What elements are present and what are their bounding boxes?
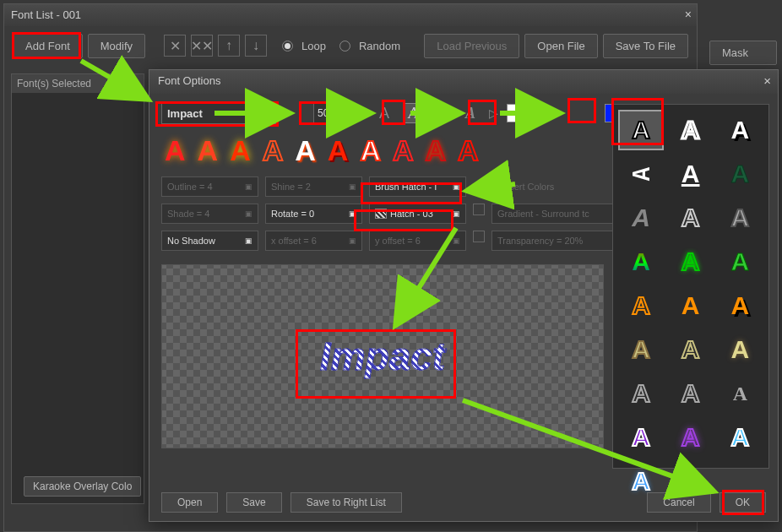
dialog-bottom-bar: Open Save Save to Right List Cancel OK bbox=[161, 492, 766, 513]
gallery-item[interactable]: A bbox=[668, 417, 714, 458]
gallery-item[interactable]: A bbox=[717, 110, 763, 150]
fill-color-swatch[interactable] bbox=[507, 104, 529, 122]
close-icon[interactable]: × bbox=[685, 8, 692, 21]
gallery-item[interactable]: A bbox=[618, 198, 664, 238]
gallery-item[interactable]: A bbox=[618, 110, 664, 150]
loop-radio[interactable] bbox=[282, 41, 293, 52]
x-offset-control[interactable]: x offset = 6▣ bbox=[265, 231, 362, 251]
main-toolbar: Add Font Modify ✕ ✕✕ ↑ ↓ Loop Random Loa… bbox=[4, 26, 697, 65]
font-preview-area: Impact bbox=[161, 264, 604, 448]
save-button[interactable]: Save bbox=[226, 492, 281, 513]
delete-all-icon[interactable]: ✕✕ bbox=[191, 35, 213, 57]
ok-button[interactable]: OK bbox=[720, 492, 766, 513]
gradient-checkbox[interactable] bbox=[473, 204, 485, 215]
font-options-dialog: Font Options × A A A A ▷ A A A A A A A A… bbox=[149, 69, 779, 522]
gallery-item[interactable]: A bbox=[717, 417, 763, 458]
style-regular-icon[interactable]: A bbox=[374, 103, 394, 123]
window-title-bar: Font List - 001 × bbox=[4, 4, 697, 26]
shade-control[interactable]: Shade = 4▣ bbox=[161, 204, 258, 224]
open-file-button[interactable]: Open File bbox=[524, 34, 597, 58]
style-bold-italic-icon[interactable]: A bbox=[460, 103, 481, 123]
mask-button[interactable]: Mask bbox=[709, 41, 777, 65]
preset-a[interactable]: A bbox=[230, 136, 251, 165]
preset-a[interactable]: A bbox=[426, 136, 447, 165]
sidebar-header: Font(s) Selected bbox=[12, 74, 144, 93]
gallery-item[interactable]: A bbox=[668, 154, 714, 194]
font-name-input[interactable] bbox=[161, 102, 276, 124]
karaoke-overlay-button[interactable]: Karaoke Overlay Colo bbox=[24, 476, 141, 497]
window-title: Font List - 001 bbox=[11, 8, 81, 21]
dialog-close-icon[interactable]: × bbox=[763, 73, 771, 88]
style-bold-icon[interactable]: A bbox=[432, 103, 452, 123]
gallery-item[interactable]: A bbox=[668, 110, 714, 150]
dialog-title-bar: Font Options × bbox=[149, 70, 778, 94]
brush-hatch-select[interactable]: Brush Hatch - I▣ bbox=[369, 176, 466, 197]
preset-a[interactable]: A bbox=[295, 136, 316, 165]
gallery-item[interactable]: A bbox=[618, 242, 664, 282]
chevron-right-icon: ▷ bbox=[489, 106, 498, 120]
style-gallery: A A A A A A A A A A A A A A A A A A A A … bbox=[612, 104, 769, 469]
insert-colors-button[interactable]: Insert Colors bbox=[497, 176, 594, 197]
transparency-checkbox[interactable] bbox=[473, 231, 485, 242]
shadow-select[interactable]: No Shadow▣ bbox=[161, 231, 258, 251]
gradient-control[interactable]: Gradient - Surround tc bbox=[491, 204, 618, 224]
save-to-right-list-button[interactable]: Save to Right List bbox=[291, 492, 402, 513]
gallery-item[interactable]: A bbox=[668, 198, 714, 238]
gallery-item[interactable]: A bbox=[668, 329, 714, 370]
preset-a[interactable]: A bbox=[360, 136, 381, 165]
shine-control[interactable]: Shine = 2▣ bbox=[265, 176, 362, 197]
gallery-item[interactable]: A bbox=[621, 155, 661, 192]
y-offset-control[interactable]: y offset = 6▣ bbox=[369, 231, 466, 251]
open-button[interactable]: Open bbox=[161, 492, 218, 513]
preset-a[interactable]: A bbox=[165, 136, 186, 165]
gallery-item[interactable]: A bbox=[717, 198, 763, 238]
cancel-button[interactable]: Cancel bbox=[647, 492, 710, 513]
gallery-item[interactable]: A bbox=[618, 373, 664, 414]
move-down-icon[interactable]: ↓ bbox=[245, 35, 267, 57]
gallery-item[interactable]: A bbox=[717, 242, 763, 282]
gallery-item[interactable]: A bbox=[618, 285, 664, 326]
load-previous-button[interactable]: Load Previous bbox=[424, 34, 519, 58]
gallery-item[interactable]: A bbox=[668, 285, 714, 326]
gallery-item[interactable]: A bbox=[717, 285, 763, 326]
loop-label: Loop bbox=[301, 40, 326, 52]
gallery-item[interactable]: A bbox=[668, 242, 714, 282]
preset-a[interactable]: A bbox=[263, 136, 284, 165]
hatch-select[interactable]: Hatch - 03▣ bbox=[369, 204, 466, 224]
gallery-item[interactable]: A bbox=[717, 329, 763, 370]
font-sidebar: Font(s) Selected Karaoke Overlay Colo bbox=[11, 73, 144, 504]
preset-a[interactable]: A bbox=[393, 136, 414, 165]
preview-text: Impact bbox=[320, 334, 445, 379]
gallery-item[interactable]: A bbox=[618, 417, 664, 458]
delete-icon[interactable]: ✕ bbox=[164, 35, 186, 57]
transparency-control[interactable]: Transparency = 20% bbox=[491, 231, 618, 251]
outline-control[interactable]: Outline = 4▣ bbox=[161, 176, 258, 197]
gallery-item[interactable]: A bbox=[668, 373, 714, 414]
gallery-item[interactable]: A bbox=[717, 154, 763, 194]
modify-button[interactable]: Modify bbox=[88, 34, 145, 58]
preset-a[interactable]: A bbox=[328, 136, 349, 165]
gallery-item[interactable]: A bbox=[717, 373, 763, 414]
move-up-icon[interactable]: ↑ bbox=[218, 35, 240, 57]
preset-a[interactable]: A bbox=[198, 136, 219, 165]
save-to-file-button[interactable]: Save To File bbox=[603, 34, 688, 58]
add-font-button[interactable]: Add Font bbox=[13, 34, 83, 58]
style-italic-icon[interactable]: A bbox=[403, 103, 423, 123]
font-size-input[interactable] bbox=[313, 103, 342, 123]
random-radio[interactable] bbox=[339, 41, 350, 52]
random-label: Random bbox=[359, 40, 400, 52]
rotate-control[interactable]: Rotate = 0▣ bbox=[265, 204, 362, 224]
preset-a[interactable]: A bbox=[458, 136, 479, 165]
dialog-title: Font Options bbox=[158, 74, 220, 87]
gallery-item[interactable]: A bbox=[618, 329, 664, 370]
